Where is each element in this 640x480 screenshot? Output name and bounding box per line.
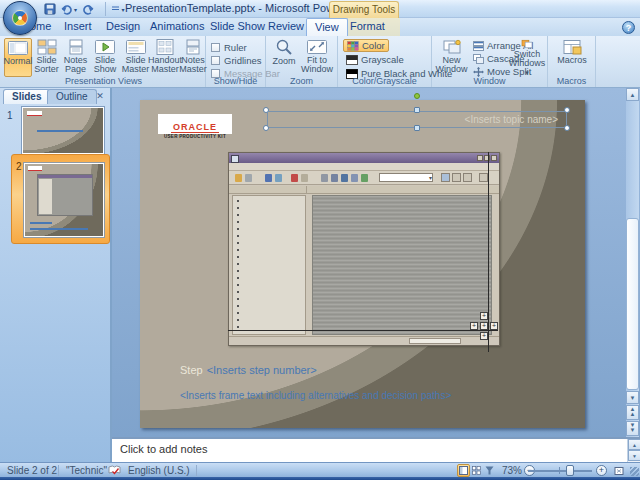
handle-top-left[interactable] — [263, 107, 269, 113]
zoom-button[interactable]: Zoom — [270, 38, 298, 77]
scrollbar-thumb[interactable] — [626, 218, 639, 390]
tab-format[interactable]: Format — [342, 18, 393, 36]
tab-insert[interactable]: Insert — [56, 18, 100, 36]
screenshot-toolbar — [229, 171, 499, 185]
grayscale-button[interactable]: Grayscale — [343, 53, 407, 66]
next-slide-button[interactable] — [626, 421, 639, 436]
zoom-slider-thumb[interactable] — [566, 465, 574, 476]
mini-frame-line — [30, 228, 88, 230]
toolbar-icon — [291, 174, 298, 182]
close-panel-button[interactable] — [94, 91, 106, 103]
toolbar-icon — [245, 174, 252, 182]
group-label-window: Window — [432, 76, 547, 86]
switch-windows-button[interactable]: Switch Windows — [508, 38, 546, 77]
bullet-list-markers — [237, 200, 239, 330]
fit-to-window-label: Fit to Window — [300, 56, 334, 74]
help-button[interactable] — [622, 21, 635, 34]
slide-show-view-button[interactable]: Slide Show — [90, 38, 120, 77]
zoom-level[interactable]: 73% — [502, 464, 522, 477]
handle-bottom-left[interactable] — [263, 125, 269, 131]
grayscale-icon — [346, 55, 358, 65]
previous-slide-button[interactable] — [626, 405, 639, 420]
toolbar-icon — [321, 174, 328, 182]
frame-text-placeholder[interactable]: <Inserts frame text including alternativ… — [180, 390, 451, 401]
slide-sorter-button[interactable]: Slide Sorter — [32, 38, 61, 77]
office-button[interactable] — [3, 1, 37, 35]
marker-handle-left — [470, 322, 478, 330]
screenshot-hscrollbar — [229, 336, 499, 345]
save-button[interactable] — [42, 2, 58, 17]
zoom-slider-center-tick — [559, 467, 560, 474]
handout-master-button[interactable]: Handout Master — [150, 38, 180, 77]
notes-pane[interactable]: Click to add notes — [112, 437, 640, 462]
status-slide-show-button[interactable] — [483, 464, 496, 477]
ruler-checkbox[interactable]: Ruler — [211, 41, 247, 53]
slide-master-button[interactable]: Slide Master — [121, 38, 150, 77]
macros-button[interactable]: Macros — [555, 38, 589, 77]
screenshot-titlebar — [229, 153, 499, 163]
notes-master-icon — [183, 39, 203, 55]
color-label: Color — [362, 40, 385, 51]
zoom-in-button[interactable]: + — [596, 465, 607, 476]
mini-logo — [27, 111, 42, 116]
handle-bottom-right[interactable] — [564, 125, 570, 131]
zoom-slider-track[interactable] — [528, 470, 592, 472]
notes-master-button[interactable]: Notes Master — [180, 38, 206, 77]
screenshot-close-icon — [491, 155, 497, 161]
arrange-all-icon — [473, 41, 484, 51]
fit-to-window-button[interactable]: Fit to Window — [300, 38, 334, 77]
handout-master-label: Handout Master — [148, 56, 182, 74]
slide-1-number: 1 — [7, 110, 13, 121]
handle-bottom-middle[interactable] — [414, 125, 420, 131]
vertical-scrollbar[interactable] — [626, 88, 639, 437]
customize-qat-button[interactable] — [110, 2, 126, 17]
grayscale-label: Grayscale — [361, 54, 404, 65]
normal-view-button[interactable]: Normal — [4, 38, 32, 77]
notes-scrollbar[interactable] — [627, 439, 640, 462]
status-normal-view-button[interactable] — [457, 464, 470, 477]
tab-slides[interactable]: Slides — [3, 89, 50, 104]
notes-scroll-up[interactable] — [628, 439, 640, 450]
handout-master-icon — [155, 39, 175, 55]
scroll-down-button[interactable] — [626, 391, 639, 404]
scroll-up-button[interactable] — [626, 88, 639, 101]
theme-name[interactable]: "Technic" — [66, 464, 107, 477]
step-text[interactable]: Step<Inserts step number> — [180, 364, 317, 376]
handle-top-right[interactable] — [564, 107, 570, 113]
move-split-icon — [473, 67, 484, 77]
new-window-button[interactable]: New Window — [435, 38, 468, 77]
fit-slide-to-window-button[interactable] — [612, 464, 625, 477]
group-label-show-hide: Show/Hide — [206, 76, 265, 86]
slide-2-preview — [25, 164, 103, 236]
handle-top-middle[interactable] — [414, 107, 420, 113]
color-button[interactable]: Color — [343, 39, 389, 52]
tab-review[interactable]: Review — [260, 18, 312, 36]
tab-outline[interactable]: Outline — [47, 89, 97, 104]
notes-placeholder[interactable]: Click to add notes — [120, 443, 207, 455]
resize-grip[interactable] — [630, 467, 639, 476]
gridlines-checkbox-box — [211, 56, 220, 65]
marker-handle-right — [490, 322, 498, 330]
mini-screenshot — [37, 174, 93, 216]
notes-page-button[interactable]: Notes Page — [61, 38, 90, 77]
status-slide-sorter-button[interactable] — [470, 464, 483, 477]
tab-design[interactable]: Design — [98, 18, 148, 36]
oracle-logo[interactable]: ORACLE USER PRODUCTIVITY KIT — [158, 114, 232, 134]
slide-canvas[interactable]: ORACLE USER PRODUCTIVITY KIT <Inserts to… — [140, 100, 585, 428]
toolbar-icon — [361, 174, 368, 182]
gridlines-checkbox[interactable]: Gridlines — [211, 54, 262, 66]
marker-handle-center — [480, 322, 488, 330]
normal-view-icon — [8, 40, 28, 56]
redo-button[interactable] — [80, 2, 96, 17]
normal-view-label: Normal — [4, 57, 33, 66]
undo-button[interactable] — [61, 2, 77, 17]
embedded-screenshot[interactable] — [228, 152, 500, 346]
slide-1-thumbnail[interactable] — [21, 106, 105, 155]
slide-sorter-label: Slide Sorter — [32, 56, 61, 74]
language-indicator[interactable]: English (U.S.) — [128, 464, 190, 477]
notes-scroll-down[interactable] — [628, 450, 640, 461]
slide-2-thumbnail-selected[interactable]: 2 — [11, 154, 110, 244]
screenshot-column-header — [229, 186, 499, 194]
rotation-handle[interactable] — [414, 93, 420, 99]
title-bar: PresentationTemplate.pptx - Microsoft Po… — [0, 0, 640, 18]
